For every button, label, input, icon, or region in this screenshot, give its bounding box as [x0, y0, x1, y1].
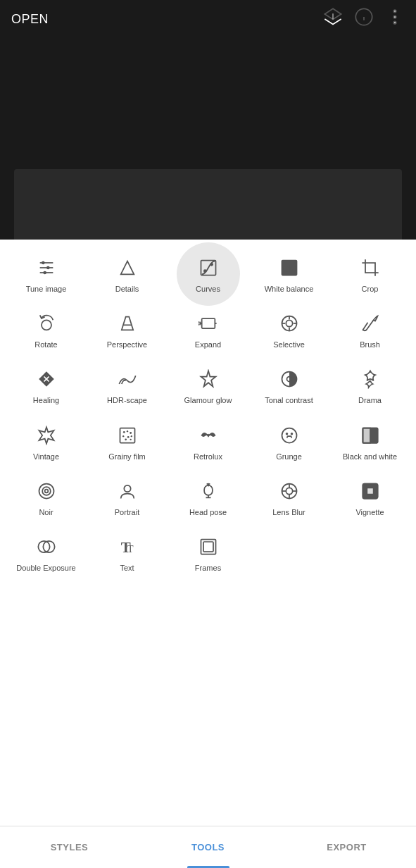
rotate-icon — [34, 311, 59, 336]
text-label: Text — [120, 564, 134, 573]
headpose-label: Head pose — [189, 508, 227, 517]
svg-point-50 — [290, 432, 293, 435]
info-icon[interactable] — [354, 7, 374, 31]
healing-icon — [34, 366, 59, 392]
tool-healing[interactable]: Healing — [6, 358, 87, 414]
doubleexp-icon — [34, 534, 59, 559]
tool-vignette[interactable]: Vignette — [329, 470, 410, 526]
layers-icon[interactable] — [323, 7, 343, 31]
open-button[interactable]: OPEN — [11, 12, 49, 27]
svg-point-12 — [46, 266, 50, 270]
grainy-icon — [115, 423, 140, 448]
tool-curves[interactable]: Curves — [168, 247, 248, 302]
bw-icon — [358, 423, 383, 448]
tab-styles[interactable]: STYLES — [0, 826, 139, 868]
vignette-label: Vignette — [355, 508, 384, 517]
tool-drama[interactable]: Drama — [329, 358, 410, 414]
headpose-icon — [196, 478, 221, 504]
drama-label: Drama — [358, 396, 382, 405]
more-icon[interactable] — [385, 7, 405, 31]
svg-point-20 — [42, 321, 51, 330]
tool-grainy-film[interactable]: Grainy film — [87, 414, 168, 470]
tool-black-and-white[interactable]: Black and white — [329, 414, 410, 470]
tool-grid: Tune image Details Curves — [0, 247, 416, 581]
tool-tonal-contrast[interactable]: Tonal contrast — [248, 358, 329, 414]
vintage-label: Vintage — [33, 452, 59, 461]
tab-export[interactable]: EXPORT — [277, 826, 416, 868]
tool-glamour-glow[interactable]: Glamour glow — [168, 358, 248, 414]
crop-icon — [358, 255, 383, 280]
text-icon: T T — [115, 534, 140, 559]
tonal-label: Tonal contrast — [265, 396, 313, 405]
tool-rotate[interactable]: Rotate — [6, 302, 87, 358]
expand-icon — [196, 311, 221, 336]
svg-point-11 — [42, 261, 45, 265]
rotate-label: Rotate — [34, 340, 57, 349]
hdr-icon — [115, 366, 140, 392]
header-icons — [323, 7, 405, 31]
vignette-icon — [358, 478, 383, 504]
svg-point-17 — [210, 263, 213, 266]
tool-double-exposure[interactable]: Double Exposure — [6, 526, 87, 581]
tool-brush[interactable]: Brush — [329, 302, 410, 358]
svg-point-44 — [127, 435, 129, 438]
svg-text:WB: WB — [282, 265, 295, 273]
tool-retrolux[interactable]: Retrolux — [168, 414, 248, 470]
tab-tools[interactable]: TOOLS — [139, 826, 277, 868]
grainy-label: Grainy film — [108, 452, 146, 461]
svg-point-56 — [124, 485, 130, 492]
tab-tools-label: TOOLS — [191, 842, 225, 852]
portrait-icon — [115, 478, 140, 504]
svg-point-42 — [130, 432, 132, 434]
tool-portrait[interactable]: Portrait — [87, 470, 168, 526]
frames-label: Frames — [195, 564, 221, 573]
perspective-label: Perspective — [107, 340, 147, 349]
glamour-icon — [196, 366, 221, 392]
svg-line-62 — [206, 483, 208, 484]
curves-icon — [196, 255, 221, 280]
svg-rect-57 — [204, 485, 213, 495]
frames-icon — [196, 534, 221, 559]
tool-text[interactable]: T T Text — [87, 526, 168, 581]
tool-tune-image[interactable]: Tune image — [6, 247, 87, 302]
perspective-icon — [115, 311, 140, 336]
svg-point-41 — [126, 430, 127, 432]
lensblur-icon — [277, 478, 302, 504]
svg-point-53 — [39, 483, 53, 498]
bw-label: Black and white — [343, 452, 397, 461]
tool-hdr-scape[interactable]: HDR-scape — [87, 358, 168, 414]
tool-vintage[interactable]: Vintage — [6, 414, 87, 470]
tab-styles-label: STYLES — [51, 842, 89, 852]
tool-crop[interactable]: Crop — [329, 247, 410, 302]
tab-export-label: EXPORT — [327, 842, 366, 852]
svg-point-40 — [122, 430, 125, 433]
svg-marker-21 — [121, 317, 132, 330]
details-label: Details — [115, 285, 139, 294]
svg-marker-14 — [120, 261, 134, 275]
tool-lens-blur[interactable]: Lens Blur — [248, 470, 329, 526]
selective-icon — [277, 311, 302, 336]
tool-noir[interactable]: Noir — [6, 470, 87, 526]
tool-grunge[interactable]: Grunge — [248, 414, 329, 470]
tool-white-balance[interactable]: WB White balance — [248, 247, 329, 302]
retrolux-icon — [196, 423, 221, 448]
retrolux-label: Retrolux — [194, 452, 222, 461]
tool-details[interactable]: Details — [87, 247, 168, 302]
tool-selective[interactable]: Selective — [248, 302, 329, 358]
tool-head-pose[interactable]: Head pose — [168, 470, 248, 526]
svg-point-7 — [393, 21, 396, 23]
curves-label: Curves — [196, 285, 220, 294]
doubleexp-label: Double Exposure — [16, 564, 75, 573]
tool-perspective[interactable]: Perspective — [87, 302, 168, 358]
tool-expand[interactable]: Expand — [168, 302, 248, 358]
svg-point-5 — [393, 10, 396, 13]
preview-canvas — [14, 169, 402, 240]
tool-frames[interactable]: Frames — [168, 526, 248, 581]
svg-point-45 — [130, 435, 132, 437]
glamour-label: Glamour glow — [184, 396, 232, 405]
bottom-tab-bar: STYLES TOOLS EXPORT — [0, 826, 416, 868]
portrait-label: Portrait — [115, 508, 139, 517]
crop-label: Crop — [362, 285, 379, 294]
white-balance-label: White balance — [265, 285, 314, 294]
noir-label: Noir — [39, 508, 53, 517]
